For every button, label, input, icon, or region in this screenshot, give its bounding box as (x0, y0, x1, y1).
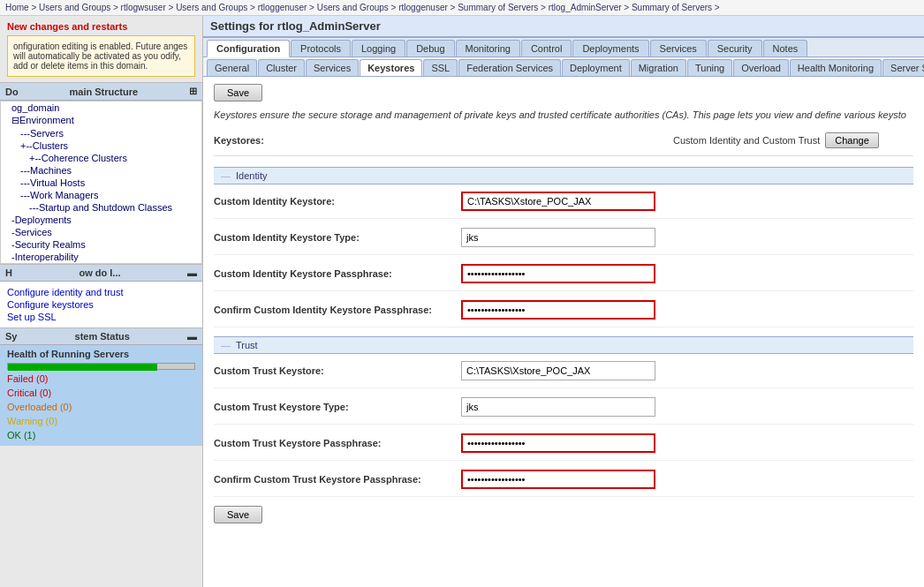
status-warning: Warning (0) (7, 414, 195, 428)
tab-tuning[interactable]: Tuning (687, 59, 732, 76)
identity-passphrase-input[interactable] (461, 264, 655, 283)
form-row-confirm-identity-passphrase: Confirm Custom Identity Keystore Passphr… (214, 300, 913, 327)
tree-item-domain[interactable]: og_domain (1, 102, 201, 114)
tree-item-interoperability[interactable]: -Interoperability (1, 251, 201, 263)
app-container: Home > Users and Groups > rtlogwsuser > … (0, 0, 924, 587)
tree-item-machines[interactable]: ---Machines (1, 164, 201, 177)
confirm-trust-passphrase-field-area (461, 470, 913, 489)
tree-item-work-managers[interactable]: ---Work Managers (1, 189, 201, 201)
tab-migration[interactable]: Migration (631, 59, 686, 76)
tree-item-deployments[interactable]: -Deployments (1, 214, 201, 226)
breadcrumb-text: Home > Users and Groups > rtlogwsuser > … (5, 3, 720, 12)
change-button[interactable]: Change (825, 132, 879, 148)
tab-keystores[interactable]: Keystores (360, 59, 422, 77)
tree-item-services[interactable]: -Services (1, 226, 201, 238)
tab-federation-services[interactable]: Federation Services (458, 59, 561, 76)
confirm-trust-passphrase-input[interactable] (461, 470, 655, 489)
trust-passphrase-field-area (461, 433, 913, 453)
identity-keystore-field-area (461, 192, 913, 211)
info-text: Keystores ensure the secure storage and … (214, 109, 913, 122)
tab-health-monitoring[interactable]: Health Monitoring (790, 59, 882, 76)
confirm-identity-passphrase-field-area (461, 300, 913, 320)
tab-logging[interactable]: Logging (352, 40, 405, 56)
breadcrumb: Home > Users and Groups > rtlogwsuser > … (0, 0, 924, 16)
changes-title-icon: N (7, 21, 14, 32)
confirm-identity-passphrase-input[interactable] (461, 300, 655, 320)
tab-configuration[interactable]: Configuration (207, 40, 290, 57)
tree-item-startup[interactable]: ---Startup and Shutdown Classes (1, 201, 201, 214)
save-button-bar: Save (214, 84, 913, 102)
domain-structure-section: Domain Structure ⊞ og_domain ⊟Environmen… (0, 83, 202, 264)
bottom-save-button[interactable]: Save (214, 506, 262, 523)
link-setup-ssl[interactable]: Set up SSL (7, 312, 195, 322)
tab-ssl[interactable]: SSL (423, 59, 458, 76)
link-configure-keystores[interactable]: Configure keystores (7, 299, 195, 310)
status-bar-ok (8, 364, 157, 371)
tab-security[interactable]: Security (708, 40, 762, 56)
top-tab-bar: Configuration Protocols Logging Debug Mo… (203, 38, 924, 57)
status-ok-link[interactable]: OK (1) (7, 430, 35, 440)
tab-notes[interactable]: Notes (763, 40, 808, 56)
form-row-trust-keystore: Custom Trust Keystore: (214, 361, 913, 388)
tab-services[interactable]: Services (306, 59, 359, 76)
bottom-save-button-bar: Save (214, 506, 913, 523)
tab-overload[interactable]: Overload (733, 59, 789, 76)
identity-keystore-input[interactable] (461, 192, 655, 211)
status-failed-link[interactable]: Failed (0) (7, 373, 48, 384)
sidebar: New changes and restarts onfiguration ed… (0, 16, 203, 587)
identity-passphrase-label: Custom Identity Keystore Passphrase: (214, 268, 461, 279)
form-row-identity-passphrase: Custom Identity Keystore Passphrase: (214, 264, 913, 291)
info-body: Keystores ensure the secure storage and … (214, 109, 906, 120)
system-status-collapse[interactable]: ▬ (187, 331, 197, 342)
how-do-i-collapse[interactable]: ▬ (187, 267, 197, 278)
status-overloaded-link[interactable]: Overloaded (0) (7, 402, 72, 412)
tab-general[interactable]: General (207, 59, 257, 76)
identity-passphrase-field-area (461, 264, 913, 283)
tab-deployments[interactable]: Deployments (572, 40, 648, 56)
identity-keystore-type-label: Custom Identity Keystore Type: (214, 232, 461, 243)
changes-body: onfiguration editing is enabled. Future … (13, 41, 187, 71)
identity-keystore-type-field-area (461, 228, 913, 247)
form-row-identity-keystore: Custom Identity Keystore: (214, 192, 913, 219)
tab-deployment[interactable]: Deployment (562, 59, 630, 76)
tab-debug[interactable]: Debug (406, 40, 454, 56)
trust-passphrase-input[interactable] (461, 433, 655, 453)
status-overloaded: Overloaded (0) (7, 400, 195, 414)
how-do-i-links: Configure identity and trust Configure k… (0, 282, 202, 327)
tree-item-security-realms[interactable]: -Security Realms (1, 238, 201, 251)
tab-protocols[interactable]: Protocols (291, 40, 351, 56)
trust-keystore-field-area (461, 361, 913, 380)
identity-section-header: Identity (214, 167, 913, 184)
domain-tree[interactable]: og_domain ⊟Environment ---Servers +--Clu… (0, 101, 202, 264)
tree-item-virtual-hosts[interactable]: ---Virtual Hosts (1, 177, 201, 189)
link-configure-identity[interactable]: Configure identity and trust (7, 287, 195, 297)
tree-item-servers[interactable]: ---Servers (1, 127, 201, 139)
tree-item-clusters[interactable]: +--Clusters (1, 139, 201, 152)
status-warning-link[interactable]: Warning (0) (7, 416, 57, 426)
status-ok: OK (1) (7, 428, 195, 442)
confirm-trust-passphrase-label: Confirm Custom Trust Keystore Passphrase… (214, 474, 461, 485)
expand-icon[interactable]: ⊞ (189, 86, 197, 97)
domain-structure-title: Domain Structure ⊞ (0, 83, 202, 101)
settings-header: Settings for rtlog_AdminServer (203, 16, 924, 38)
keystores-value: Custom Identity and Custom Trust Change (673, 132, 879, 148)
tree-item-environment[interactable]: ⊟Environment (1, 114, 201, 127)
status-critical-link[interactable]: Critical (0) (7, 388, 51, 398)
tab-cluster[interactable]: Cluster (258, 59, 305, 76)
tab-control[interactable]: Control (521, 40, 572, 56)
identity-keystore-type-input[interactable] (461, 228, 655, 247)
tab-services[interactable]: Services (650, 40, 707, 56)
trust-keystore-input[interactable] (461, 361, 655, 380)
tab-server-s[interactable]: Server S (882, 59, 924, 76)
tab-monitoring[interactable]: Monitoring (456, 40, 520, 56)
confirm-identity-passphrase-label: Confirm Custom Identity Keystore Passphr… (214, 305, 461, 315)
trust-keystore-type-input[interactable] (461, 397, 655, 417)
status-bar (7, 363, 195, 370)
system-status-title: System Status ▬ (0, 328, 202, 345)
keystores-row: Keystores: Custom Identity and Custom Tr… (214, 132, 913, 156)
keystores-label: Keystores: (214, 135, 373, 146)
system-status-content: Health of Running Servers Failed (0) Cri… (0, 345, 202, 446)
tree-item-coherence[interactable]: +--Coherence Clusters (1, 152, 201, 164)
form-content: Save Keystores ensure the secure storage… (203, 77, 924, 587)
save-button[interactable]: Save (214, 84, 262, 102)
